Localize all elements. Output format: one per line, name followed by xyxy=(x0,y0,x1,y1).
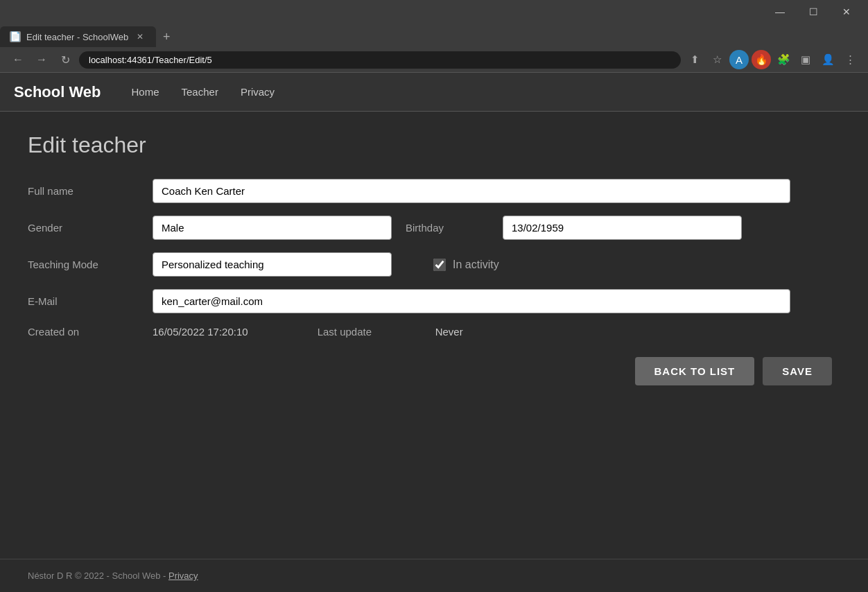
birthday-label: Birthday xyxy=(406,222,489,234)
window-controls: — ☐ ✕ xyxy=(0,0,868,24)
sidebar-icon[interactable]: ▣ xyxy=(796,50,815,69)
back-nav-button[interactable]: ← xyxy=(8,50,28,69)
address-bar-row: ← → ↻ ⬆ ☆ A 🔥 🧩 ▣ 👤 ⋮ xyxy=(0,47,868,72)
toolbar-icons: ⬆ ☆ A 🔥 🧩 ▣ 👤 ⋮ xyxy=(685,50,860,69)
address-bar[interactable] xyxy=(79,51,681,69)
tab-close-button[interactable]: ✕ xyxy=(134,31,146,43)
tab-favicon: 📄 xyxy=(10,31,21,42)
close-button[interactable]: ✕ xyxy=(831,1,862,22)
gender-input[interactable] xyxy=(153,216,392,240)
full-name-input[interactable] xyxy=(153,179,790,203)
nav-privacy[interactable]: Privacy xyxy=(231,80,284,103)
browser-chrome: 📄 Edit teacher - SchoolWeb ✕ + ← → ↻ ⬆ ☆… xyxy=(0,24,868,73)
share-icon[interactable]: ⬆ xyxy=(685,50,704,69)
gender-label: Gender xyxy=(28,222,139,234)
extensions-icon[interactable]: 🧩 xyxy=(774,50,793,69)
created-on-value: 16/05/2022 17:20:10 xyxy=(153,326,248,338)
in-activity-group: In activity xyxy=(433,259,499,271)
teaching-mode-label: Teaching Mode xyxy=(28,259,139,270)
minimize-button[interactable]: — xyxy=(764,1,796,22)
footer-privacy-link[interactable]: Privacy xyxy=(168,571,198,581)
new-tab-button[interactable]: + xyxy=(156,26,177,47)
tab-title: Edit teacher - SchoolWeb xyxy=(26,32,128,42)
footer: Néstor D R © 2022 - School Web - Privacy xyxy=(0,559,868,592)
footer-text: Néstor D R © 2022 - School Web - xyxy=(28,571,168,581)
buttons-row: BACK TO LIST SAVE xyxy=(28,357,832,385)
active-tab[interactable]: 📄 Edit teacher - SchoolWeb ✕ xyxy=(0,26,156,47)
email-label: E-Mail xyxy=(28,295,139,307)
nav-home[interactable]: Home xyxy=(122,80,169,103)
full-name-row: Full name xyxy=(28,179,832,203)
page-title: Edit teacher xyxy=(28,132,840,158)
created-on-label: Created on xyxy=(28,326,139,338)
extension-icon[interactable]: 🔥 xyxy=(752,50,771,69)
main-content: Edit teacher Full name Gender Birthday T… xyxy=(0,112,868,559)
nav-teacher[interactable]: Teacher xyxy=(172,80,228,103)
refresh-button[interactable]: ↻ xyxy=(55,50,75,69)
forward-nav-button[interactable]: → xyxy=(32,50,51,69)
edit-teacher-form: Full name Gender Birthday Teaching Mode … xyxy=(28,179,832,385)
back-to-list-button[interactable]: BACK TO LIST xyxy=(635,357,755,385)
birthday-input[interactable] xyxy=(503,216,742,240)
maximize-button[interactable]: ☐ xyxy=(797,1,829,22)
in-activity-checkbox[interactable] xyxy=(433,259,446,271)
translate-icon[interactable]: A xyxy=(729,50,749,69)
nav-links: Home Teacher Privacy xyxy=(122,80,285,103)
email-input[interactable] xyxy=(153,289,790,313)
app-brand: School Web xyxy=(14,83,101,101)
gender-birthday-row: Gender Birthday xyxy=(28,216,832,240)
full-name-label: Full name xyxy=(28,185,139,197)
app-nav: School Web Home Teacher Privacy xyxy=(0,73,868,112)
teaching-mode-input[interactable] xyxy=(153,252,392,277)
tab-bar: 📄 Edit teacher - SchoolWeb ✕ + xyxy=(0,24,868,47)
last-update-value: Never xyxy=(435,326,463,338)
last-update-label: Last update xyxy=(318,326,422,338)
email-row: E-Mail xyxy=(28,289,832,313)
created-on-row: Created on 16/05/2022 17:20:10 Last upda… xyxy=(28,326,832,338)
bookmark-icon[interactable]: ☆ xyxy=(707,50,727,69)
save-button[interactable]: SAVE xyxy=(763,357,832,385)
profile-icon[interactable]: 👤 xyxy=(818,50,837,69)
more-icon[interactable]: ⋮ xyxy=(840,50,860,69)
teaching-mode-row: Teaching Mode In activity xyxy=(28,252,832,277)
in-activity-label: In activity xyxy=(453,259,499,271)
